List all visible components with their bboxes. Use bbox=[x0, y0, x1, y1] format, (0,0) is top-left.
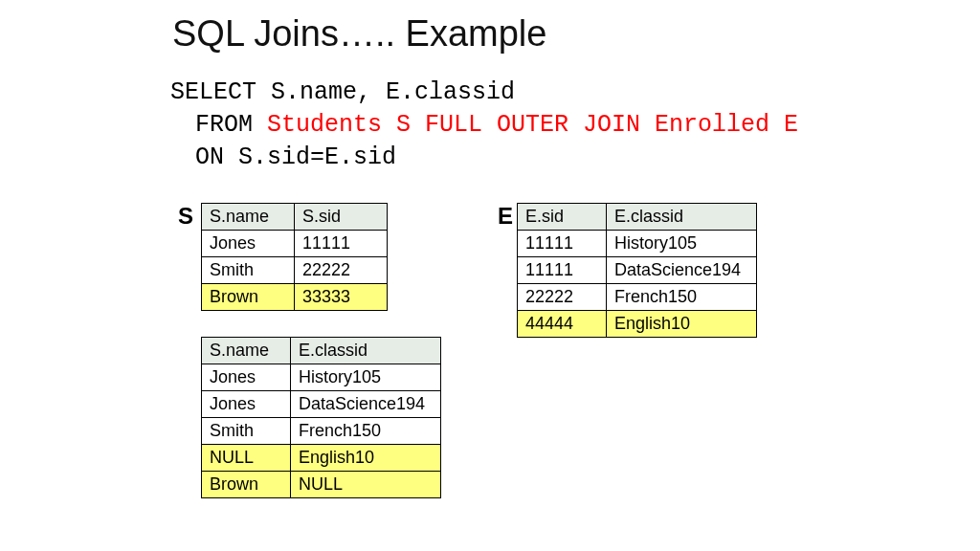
table-header: E.sid bbox=[518, 204, 607, 231]
table-label-e: E bbox=[498, 203, 513, 230]
table-cell: History105 bbox=[291, 364, 441, 391]
table-row: Brown33333 bbox=[202, 284, 388, 311]
table-header: S.name bbox=[202, 204, 295, 231]
sql-select-line: SELECT S.name, E.classid bbox=[170, 78, 515, 106]
table-row: Jones11111 bbox=[202, 231, 388, 257]
table-label-s: S bbox=[178, 203, 193, 230]
table-row: 44444English10 bbox=[518, 311, 757, 338]
sql-from-keyword: FROM bbox=[195, 111, 267, 139]
sql-on-line: ON S.sid=E.sid bbox=[170, 142, 396, 174]
table-cell: 11111 bbox=[518, 257, 607, 284]
table-row: Smith22222 bbox=[202, 257, 388, 284]
table-cell: NULL bbox=[202, 445, 291, 472]
table-cell: 11111 bbox=[295, 231, 388, 257]
table-cell: 22222 bbox=[518, 284, 607, 311]
table-header: S.sid bbox=[295, 204, 388, 231]
table-cell: DataScience194 bbox=[607, 257, 757, 284]
table-cell: Smith bbox=[202, 418, 291, 445]
table-row: 11111DataScience194 bbox=[518, 257, 757, 284]
table-cell: Jones bbox=[202, 391, 291, 418]
sql-from-clause: Students S FULL OUTER JOIN Enrolled E bbox=[267, 111, 798, 139]
table-cell: 11111 bbox=[518, 231, 607, 257]
table-cell: French150 bbox=[291, 418, 441, 445]
table-cell: 44444 bbox=[518, 311, 607, 338]
table-cell: History105 bbox=[607, 231, 757, 257]
slide-title: SQL Joins….. Example bbox=[172, 13, 546, 55]
table-cell: Brown bbox=[202, 472, 291, 498]
table-header: E.classid bbox=[291, 338, 441, 364]
table-cell: French150 bbox=[607, 284, 757, 311]
result-table: S.nameE.classidJonesHistory105JonesDataS… bbox=[201, 337, 441, 498]
table-row: 11111History105 bbox=[518, 231, 757, 257]
table-row: SmithFrench150 bbox=[202, 418, 441, 445]
table-cell: 33333 bbox=[295, 284, 388, 311]
table-row: 22222French150 bbox=[518, 284, 757, 311]
table-header: S.name bbox=[202, 338, 291, 364]
table-header: E.classid bbox=[607, 204, 757, 231]
students-table: S.nameS.sidJones11111Smith22222Brown3333… bbox=[201, 203, 388, 311]
table-cell: Jones bbox=[202, 364, 291, 391]
table-cell: Brown bbox=[202, 284, 295, 311]
enrolled-table: E.sidE.classid11111History10511111DataSc… bbox=[517, 203, 757, 338]
table-row: JonesHistory105 bbox=[202, 364, 441, 391]
table-cell: English10 bbox=[607, 311, 757, 338]
table-cell: English10 bbox=[291, 445, 441, 472]
table-cell: Smith bbox=[202, 257, 295, 284]
table-row: JonesDataScience194 bbox=[202, 391, 441, 418]
table-row: NULLEnglish10 bbox=[202, 445, 441, 472]
table-cell: DataScience194 bbox=[291, 391, 441, 418]
table-cell: 22222 bbox=[295, 257, 388, 284]
sql-code-block: SELECT S.name, E.classid FROM Students S… bbox=[170, 77, 798, 173]
table-cell: NULL bbox=[291, 472, 441, 498]
table-cell: Jones bbox=[202, 231, 295, 257]
table-row: BrownNULL bbox=[202, 472, 441, 498]
